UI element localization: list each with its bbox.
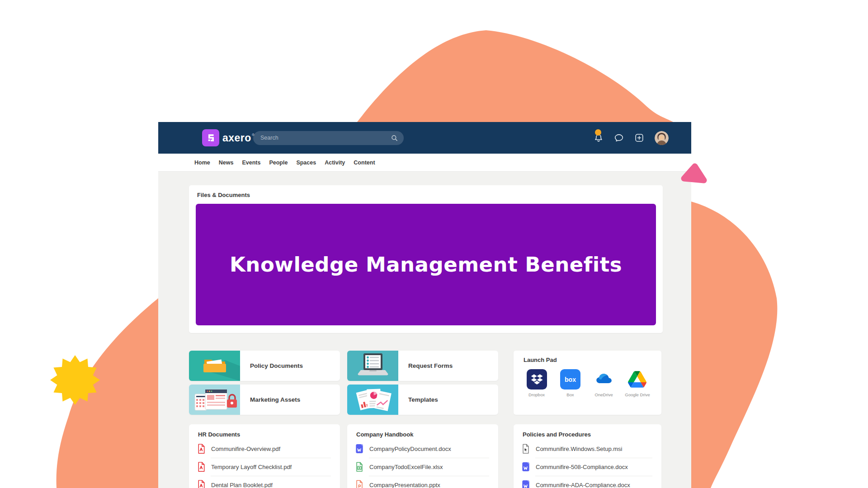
tile-marketing-assets[interactable]: Marketing Assets	[189, 385, 340, 415]
list-title: Company Handbook	[356, 431, 490, 438]
search-input[interactable]	[253, 131, 404, 145]
file-name: Dental Plan Booklet.pdf	[211, 482, 273, 488]
file-row[interactable]: Communifire-Overview.pdf	[197, 440, 332, 458]
launch-pad-apps: Dropbox box Box OneD	[524, 369, 651, 397]
file-row[interactable]: Dental Plan Booklet.pdf	[197, 476, 332, 488]
excel-file-icon	[355, 462, 363, 472]
menu-item-events[interactable]: Events	[242, 160, 260, 166]
menu-item-content[interactable]: Content	[354, 160, 375, 166]
top-navbar: axero ®	[158, 122, 691, 154]
hr-documents-card: HR Documents Communifire-Overview.pdf Te…	[189, 424, 340, 488]
laptop-checklist-illustration-icon	[347, 351, 398, 381]
notification-badge	[595, 129, 601, 136]
word-file-icon	[522, 462, 530, 472]
page-content: Files & Documents Knowledge Management B…	[158, 172, 691, 488]
navbar-actions	[594, 131, 691, 145]
file-name: Communifire-ADA-Compliance.docx	[536, 482, 630, 488]
marketing-illustration-icon	[189, 385, 240, 415]
file-name: Communifire.Windows.Setup.msi	[536, 446, 622, 452]
list-title: Policies and Procedures	[523, 431, 653, 438]
app-label: Box	[566, 392, 574, 397]
tile-label: Request Forms	[398, 362, 453, 369]
google-drive-icon	[627, 369, 647, 389]
add-content-icon[interactable]	[634, 133, 644, 143]
brand-name: axero	[222, 129, 251, 146]
installer-file-icon	[522, 444, 530, 454]
onedrive-icon	[594, 369, 614, 389]
file-name: Communifire-Overview.pdf	[211, 446, 280, 452]
file-row[interactable]: Communifire-508-Compliance.docx	[522, 458, 653, 476]
user-avatar[interactable]	[655, 131, 669, 145]
file-row[interactable]: Communifire.Windows.Setup.msi	[522, 440, 653, 458]
documents-illustration-icon	[347, 385, 398, 415]
app-label: OneDrive	[595, 392, 613, 397]
launch-pad-title: Launch Pad	[524, 357, 651, 363]
svg-text:box: box	[565, 376, 576, 383]
file-row[interactable]: Temporary Layoff Checklist.pdf	[197, 458, 332, 476]
policies-procedures-card: Policies and Procedures Communifire.Wind…	[514, 424, 661, 488]
folder-illustration-icon	[189, 351, 240, 381]
starburst-shape	[50, 355, 100, 405]
pink-triangle-shape	[678, 161, 710, 191]
files-documents-title: Files & Documents	[197, 192, 656, 198]
messages-chat-icon[interactable]	[614, 133, 624, 143]
file-name: Temporary Layoff Checklist.pdf	[211, 464, 292, 470]
main-menu: Home News Events People Spaces Activity …	[158, 154, 691, 172]
axero-logo-icon	[202, 129, 219, 146]
launchpad-app-google-drive[interactable]: Google Drive	[624, 369, 651, 397]
tile-templates[interactable]: Templates	[347, 385, 498, 415]
search-icon[interactable]	[391, 135, 398, 141]
notifications-bell-icon[interactable]	[594, 133, 604, 143]
company-handbook-card: Company Handbook CompanyPolicyDocument.d…	[347, 424, 498, 488]
file-name: CompanyPolicyDocument.docx	[369, 446, 451, 452]
banner-title: Knowledge Management Benefits	[230, 253, 622, 277]
powerpoint-file-icon	[355, 480, 363, 488]
pdf-file-icon	[197, 462, 205, 472]
tile-label: Marketing Assets	[240, 396, 300, 403]
global-search	[253, 131, 404, 145]
app-label: Google Drive	[625, 392, 650, 397]
file-name: Communifire-508-Compliance.docx	[536, 464, 628, 470]
file-row[interactable]: CompanyTodoExcelFile.xlsx	[355, 458, 490, 476]
file-row[interactable]: CompanyPolicyDocument.docx	[355, 440, 490, 458]
menu-item-home[interactable]: Home	[194, 160, 210, 166]
launch-pad-card: Launch Pad Dropbox box	[514, 351, 661, 415]
launchpad-app-onedrive[interactable]: OneDrive	[591, 369, 617, 397]
pdf-file-icon	[197, 444, 205, 454]
menu-item-spaces[interactable]: Spaces	[296, 160, 316, 166]
app-label: Dropbox	[528, 392, 545, 397]
axero-logo[interactable]: axero ®	[202, 129, 252, 146]
document-lists-row: HR Documents Communifire-Overview.pdf Te…	[189, 424, 663, 488]
file-name: CompanyTodoExcelFile.xlsx	[369, 464, 443, 470]
knowledge-banner: Knowledge Management Benefits	[196, 204, 656, 325]
tile-policy-documents[interactable]: Policy Documents	[189, 351, 340, 381]
file-row[interactable]: Communifire-ADA-Compliance.docx	[522, 476, 653, 488]
menu-item-people[interactable]: People	[269, 160, 288, 166]
menu-item-activity[interactable]: Activity	[325, 160, 345, 166]
dropbox-icon	[527, 369, 547, 389]
word-file-icon	[522, 480, 530, 488]
launchpad-app-box[interactable]: box Box	[557, 369, 583, 397]
tile-label: Templates	[398, 396, 438, 403]
file-name: CompanyPresentation.pptx	[369, 482, 440, 488]
tile-label: Policy Documents	[240, 362, 303, 369]
menu-item-news[interactable]: News	[219, 160, 234, 166]
launchpad-app-dropbox[interactable]: Dropbox	[524, 369, 550, 397]
file-row[interactable]: CompanyPresentation.pptx	[355, 476, 490, 488]
page-canvas: axero ®	[0, 0, 868, 488]
word-file-icon	[355, 444, 363, 454]
pdf-file-icon	[197, 480, 205, 488]
list-title: HR Documents	[198, 431, 332, 438]
intranet-window: axero ®	[158, 122, 691, 488]
quick-links-row: Policy Documents	[189, 351, 663, 415]
box-icon: box	[560, 369, 580, 389]
tile-request-forms[interactable]: Request Forms	[347, 351, 498, 381]
files-documents-card: Files & Documents Knowledge Management B…	[189, 185, 663, 333]
